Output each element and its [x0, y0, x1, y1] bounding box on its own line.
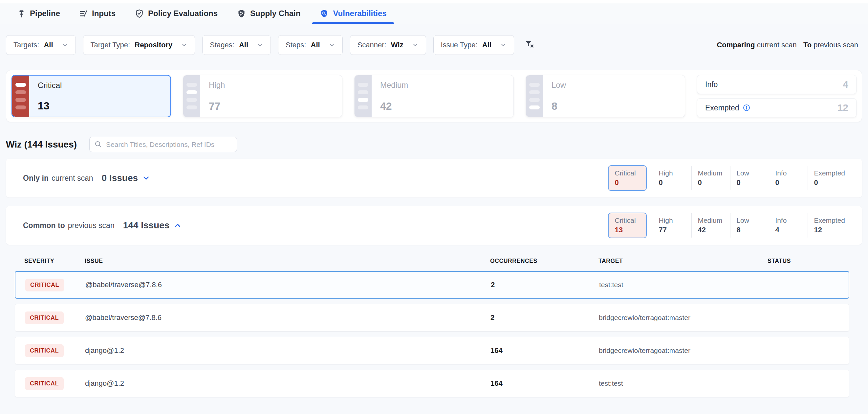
tab-policy-evaluations[interactable]: Policy Evaluations [127, 3, 225, 24]
comparing-to-word: To [803, 41, 811, 49]
severity-level-icon [526, 75, 543, 117]
severity-card-count: 42 [380, 100, 408, 112]
chevron-down-icon [500, 42, 506, 48]
severity-chip-critical[interactable]: Critical 13 [608, 213, 647, 238]
tab-vulnerabilities[interactable]: Vulnerabilities [312, 3, 394, 24]
comparing-word: Comparing [717, 41, 755, 49]
severity-level-icon [12, 76, 29, 117]
filter-dropdown-target-type[interactable]: Target Type: Repository [83, 35, 195, 55]
severity-badge: CRITICAL [25, 344, 64, 357]
issue-search [89, 137, 237, 152]
chip-label: Low [736, 216, 763, 225]
severity-card-critical[interactable]: Critical 13 [11, 75, 171, 117]
filter-dropdown-steps[interactable]: Steps: All [278, 35, 343, 55]
severity-chip-info[interactable]: Info 4 [769, 213, 808, 238]
severity-chip-medium[interactable]: Medium 42 [691, 213, 730, 238]
severity-chip-low[interactable]: Low 8 [730, 213, 769, 238]
chip-count: 12 [814, 226, 845, 234]
section-toggle[interactable]: 144 Issues [123, 220, 182, 231]
severity-card-label: High [209, 81, 225, 90]
chip-label: High [658, 169, 685, 177]
occurrences-cell: 2 [491, 314, 599, 322]
chip-count: 0 [658, 178, 685, 187]
chip-count: 0 [698, 178, 724, 187]
section-issue-count: 144 Issues [123, 220, 170, 231]
severity-chip-high[interactable]: High 77 [653, 213, 691, 238]
chip-label: High [658, 216, 685, 225]
severity-card-count: 8 [552, 100, 566, 112]
chevron-down-icon [329, 42, 335, 48]
severity-card-info[interactable]: Info 4 [697, 75, 857, 94]
scanner-title: Wiz (144 Issues) [6, 139, 77, 150]
section-scope: previous scan [68, 221, 115, 230]
severity-card-label: Info [705, 80, 718, 89]
tab-supply-chain[interactable]: Supply Chain [229, 3, 308, 24]
issues-table-header: SEVERITYISSUEOCCURRENCESTARGETSTATUS [15, 255, 849, 267]
section-prefix: Common to [23, 221, 65, 230]
severity-badge: CRITICAL [25, 278, 64, 291]
chip-count: 4 [775, 226, 802, 234]
severity-card-exempted[interactable]: Exempted 12 [697, 98, 857, 117]
chevron-up-icon [173, 221, 182, 230]
issue-cell: @babel/traverse@7.8.6 [85, 280, 491, 289]
chip-count: 0 [615, 178, 640, 187]
severity-card-medium[interactable]: Medium 42 [354, 75, 514, 117]
info-icon [743, 104, 750, 112]
severity-card-high[interactable]: High 77 [183, 75, 342, 117]
window-top-strip [0, 0, 868, 3]
chip-label: Medium [698, 169, 724, 177]
column-header-issue: ISSUE [85, 258, 490, 265]
column-header-status: STATUS [768, 258, 849, 265]
severity-chip-info[interactable]: Info 0 [769, 166, 808, 190]
filter-dropdown-targets[interactable]: Targets: All [6, 35, 76, 55]
comparing-previous: previous scan [813, 41, 858, 49]
search-input[interactable] [89, 137, 237, 152]
table-row[interactable]: CRITICAL @babel/traverse@7.8.6 2 test:te… [15, 271, 849, 299]
severity-chip-exempted[interactable]: Exempted 0 [808, 166, 851, 190]
severity-chip-critical[interactable]: Critical 0 [608, 165, 647, 191]
issues-table-body: CRITICAL @babel/traverse@7.8.6 2 test:te… [0, 271, 868, 397]
chip-label: Info [775, 216, 802, 225]
target-cell: test:test [599, 380, 768, 387]
severity-card-count: 12 [837, 102, 848, 113]
column-header-target: TARGET [598, 258, 768, 265]
chip-label: Low [736, 169, 763, 177]
chip-label: Critical [615, 169, 640, 177]
chip-label: Medium [698, 216, 724, 225]
severity-card-label: Exempted [705, 104, 739, 112]
filter-dropdown-stages[interactable]: Stages: All [202, 35, 271, 55]
chevron-down-icon [62, 42, 68, 48]
issue-cell: @babel/traverse@7.8.6 [85, 314, 491, 322]
tab-pipeline[interactable]: Pipeline [10, 3, 67, 24]
column-header-severity: SEVERITY [15, 258, 85, 265]
vulnerabilities-shield-icon [319, 9, 329, 19]
scanner-header-row: Wiz (144 Issues) [6, 137, 862, 152]
clear-filters-button[interactable] [525, 39, 534, 51]
severity-chip-high[interactable]: High 0 [653, 166, 691, 190]
severity-chip-medium[interactable]: Medium 0 [691, 166, 730, 190]
severity-card-label: Medium [380, 81, 408, 90]
severity-card-count: 77 [209, 100, 225, 112]
severity-card-label: Low [552, 81, 566, 90]
target-cell: bridgecrewio/terragoat:master [599, 347, 768, 355]
tab-inputs[interactable]: Inputs [72, 3, 123, 24]
issue-cell: django@1.2 [85, 379, 491, 388]
section-prefix: Only in [23, 174, 49, 183]
section-toggle[interactable]: 0 Issues [102, 173, 151, 183]
severity-chip-low[interactable]: Low 0 [730, 166, 769, 190]
tab-bar: Pipeline Inputs Policy Evaluations Suppl… [0, 3, 868, 24]
occurrences-cell: 2 [491, 280, 599, 289]
severity-card-low[interactable]: Low 8 [526, 75, 685, 117]
table-row[interactable]: CRITICAL @babel/traverse@7.8.6 2 bridgec… [15, 304, 849, 331]
comparing-current: current scan [757, 41, 797, 49]
severity-chip-exempted[interactable]: Exempted 12 [808, 213, 851, 238]
severity-side-column: Info 4 Exempted 12 [697, 75, 857, 117]
search-icon [94, 140, 102, 150]
severity-level-icon [354, 75, 372, 117]
table-row[interactable]: CRITICAL django@1.2 164 test:test [15, 369, 849, 397]
table-row[interactable]: CRITICAL django@1.2 164 bridgecrewio/ter… [15, 337, 849, 364]
filter-dropdown-scanner[interactable]: Scanner: Wiz [350, 35, 426, 55]
severity-badge: CRITICAL [25, 377, 64, 390]
severity-card-count: 4 [843, 79, 848, 90]
filter-dropdown-issue-type[interactable]: Issue Type: All [433, 35, 514, 55]
